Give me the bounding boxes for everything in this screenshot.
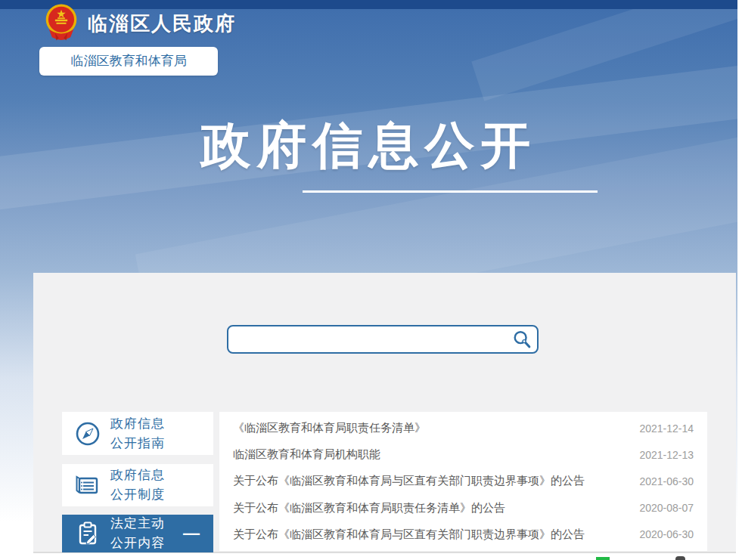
article-list: 《临淄区教育和体育局职责任务清单》 2021-12-14 临淄区教育和体育局机构… [219, 412, 707, 551]
page-title: 政府信息公开 [0, 112, 737, 180]
department-button[interactable]: 临淄区教育和体育局 [39, 47, 218, 76]
article-title[interactable]: 临淄区教育和体育局机构职能 [233, 447, 380, 462]
list-item[interactable]: 关于公布《临淄区教育和体育局与区直有关部门职责边界事项》的公告 2020-06-… [219, 521, 707, 547]
search-box [227, 325, 539, 354]
search-icon [512, 330, 532, 349]
clipboard-pencil-icon [74, 520, 101, 547]
article-date: 2021-12-14 [639, 422, 694, 435]
list-item[interactable]: 关于公布《临淄区教育和体育局与区直有关部门职责边界事项》的公告 2021-06-… [219, 469, 707, 494]
sidebar-item-label: 政府信息 公开指南 [110, 414, 165, 453]
sidebar-item-statutory-disclosure[interactable]: 法定主动 公开内容 — [62, 515, 213, 552]
page-root: 临淄区人民政府 临淄区教育和体育局 政府信息公开 政府信息 公开指南 [0, 0, 742, 560]
list-item[interactable]: 《临淄区教育和体育局职责任务清单》 2021-12-14 [219, 416, 707, 441]
site-name: 临淄区人民政府 [88, 11, 236, 37]
search-input[interactable] [228, 326, 507, 352]
national-emblem-icon [42, 2, 81, 42]
sidebar-item-label: 法定主动 公开内容 [110, 514, 165, 553]
search-button[interactable] [507, 326, 537, 352]
footer-green-line-fragment [596, 557, 610, 560]
article-title[interactable]: 《临淄区教育和体育局职责任务清单》 [233, 421, 426, 435]
document-icon [74, 472, 101, 499]
top-stripe [0, 0, 737, 9]
article-title[interactable]: 关于公布《临淄区教育和体育局与区直有关部门职责边界事项》的公告 [233, 474, 585, 488]
collapse-minus-icon[interactable]: — [183, 528, 200, 540]
article-title[interactable]: 关于公布《临淄区教育和体育局与区直有关部门职责边界事项》的公告 [233, 528, 585, 542]
footer-icon-fragment [675, 556, 685, 560]
article-date: 2020-06-30 [639, 528, 694, 540]
article-date: 2021-06-30 [639, 475, 694, 487]
list-item[interactable]: 关于公布《临淄区教育和体育局职责任务清单》的公告 2020-08-07 [219, 495, 707, 521]
sidebar-item-guide[interactable]: 政府信息 公开指南 [62, 412, 213, 455]
article-title[interactable]: 关于公布《临淄区教育和体育局职责任务清单》的公告 [233, 501, 505, 515]
list-item[interactable]: 临淄区教育和体育局机构职能 2021-12-13 [219, 442, 707, 468]
title-underline [303, 190, 598, 193]
article-date: 2020-08-07 [639, 502, 694, 514]
compass-icon [74, 420, 101, 447]
sidebar-item-rules[interactable]: 政府信息 公开制度 [62, 464, 213, 506]
article-date: 2021-12-13 [639, 449, 694, 461]
sidebar-item-label: 政府信息 公开制度 [110, 466, 165, 505]
